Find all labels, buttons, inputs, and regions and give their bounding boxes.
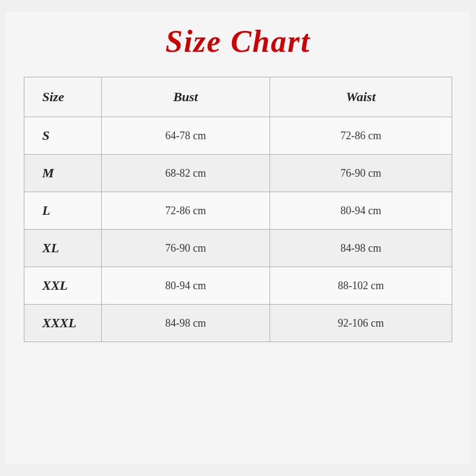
size-chart-table: Size Bust Waist S64-78 cm72-86 cmM68-82 …	[24, 77, 452, 342]
bust-cell: 68-82 cm	[102, 155, 270, 192]
table-row: S64-78 cm72-86 cm	[24, 117, 452, 155]
size-cell: XXL	[24, 267, 102, 305]
table-row: XXL80-94 cm88-102 cm	[24, 267, 452, 305]
col-header-size: Size	[24, 77, 102, 117]
page-title: Size Chart	[165, 24, 311, 59]
table-row: XL76-90 cm84-98 cm	[24, 230, 452, 267]
table-row: L72-86 cm80-94 cm	[24, 192, 452, 230]
page-container: Size Chart Size Bust Waist S64-78 cm72-8…	[6, 12, 470, 464]
size-cell: S	[24, 117, 102, 155]
col-header-bust: Bust	[102, 77, 270, 117]
bust-cell: 64-78 cm	[102, 117, 270, 155]
size-cell: XXXL	[24, 305, 102, 342]
waist-cell: 84-98 cm	[270, 230, 452, 267]
waist-cell: 80-94 cm	[270, 192, 452, 230]
table-header-row: Size Bust Waist	[24, 77, 452, 117]
col-header-waist: Waist	[270, 77, 452, 117]
bust-cell: 84-98 cm	[102, 305, 270, 342]
size-cell: XL	[24, 230, 102, 267]
waist-cell: 92-106 cm	[270, 305, 452, 342]
waist-cell: 88-102 cm	[270, 267, 452, 305]
bust-cell: 72-86 cm	[102, 192, 270, 230]
bust-cell: 80-94 cm	[102, 267, 270, 305]
waist-cell: 72-86 cm	[270, 117, 452, 155]
bust-cell: 76-90 cm	[102, 230, 270, 267]
size-cell: M	[24, 155, 102, 192]
table-row: M68-82 cm76-90 cm	[24, 155, 452, 192]
table-body: S64-78 cm72-86 cmM68-82 cm76-90 cmL72-86…	[24, 117, 452, 342]
size-cell: L	[24, 192, 102, 230]
table-row: XXXL84-98 cm92-106 cm	[24, 305, 452, 342]
waist-cell: 76-90 cm	[270, 155, 452, 192]
